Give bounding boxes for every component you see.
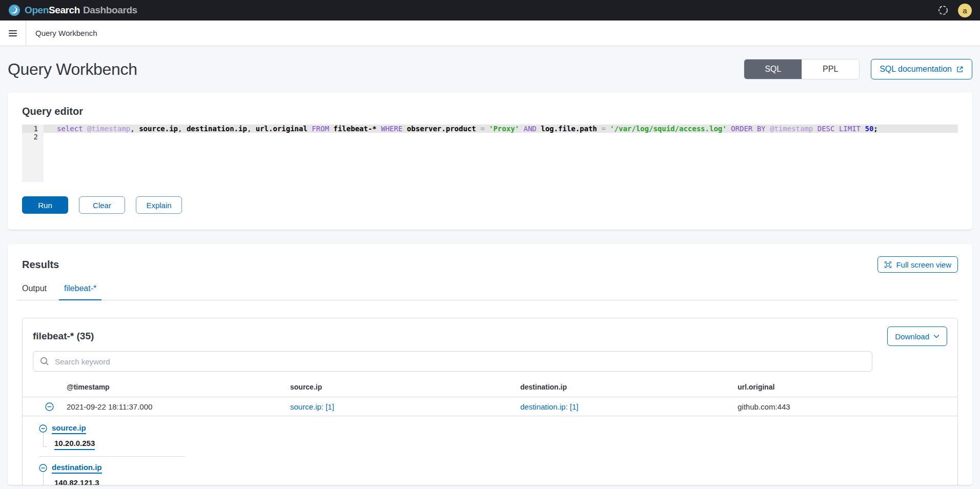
logo-search: Search xyxy=(49,5,80,15)
query-editor-card: Query editor 1 2 select @timestamp, sour… xyxy=(8,92,972,230)
tree-connector xyxy=(43,434,47,447)
line-number: 1 xyxy=(22,125,38,133)
expanded-field-name[interactable]: source.ip xyxy=(52,423,86,434)
user-avatar[interactable]: a xyxy=(958,4,972,17)
tree-connector xyxy=(43,473,47,485)
cell-source-ip-link[interactable]: source.ip: [1] xyxy=(290,402,334,411)
help-icon[interactable] xyxy=(937,5,949,16)
page-header: Query Workbench SQL PPL SQL documentatio… xyxy=(8,46,972,92)
breadcrumb-bar: Query Workbench xyxy=(0,21,980,46)
query-editor-heading: Query editor xyxy=(22,106,958,117)
table-header-row: @timestamp source.ip destination.ip url.… xyxy=(23,372,957,397)
expanded-group-source-ip: source.ip 10.20.0.253 xyxy=(39,423,957,457)
tab-output[interactable]: Output xyxy=(17,281,52,300)
sql-documentation-label: SQL documentation xyxy=(880,65,952,74)
collapse-field-icon[interactable] xyxy=(39,464,47,472)
logo-dashboards: Dashboards xyxy=(83,5,137,15)
logo-open: Open xyxy=(25,5,49,15)
results-table: @timestamp source.ip destination.ip url.… xyxy=(23,372,957,485)
download-label: Download xyxy=(895,332,929,341)
menu-icon[interactable] xyxy=(0,21,26,46)
run-button[interactable]: Run xyxy=(22,196,68,214)
results-heading: Results xyxy=(22,259,59,271)
fullscreen-icon xyxy=(884,261,892,269)
collapse-row-icon[interactable] xyxy=(45,402,54,411)
opensearch-logo[interactable]: OpenSearchDashboards xyxy=(8,4,137,16)
page-title: Query Workbench xyxy=(8,60,137,79)
line-number: 2 xyxy=(22,133,38,141)
column-header-url-original: url.original xyxy=(738,383,957,397)
search-icon xyxy=(40,357,49,366)
tab-filebeat[interactable]: filebeat-* xyxy=(59,281,101,300)
column-header-timestamp: @timestamp xyxy=(67,383,290,397)
top-navigation-bar: OpenSearchDashboards a xyxy=(0,0,980,21)
breadcrumb: Query Workbench xyxy=(35,29,97,37)
expanded-field-value[interactable]: 140.82.121.3 xyxy=(54,478,99,485)
cell-timestamp: 2021-09-22 18:11:37.000 xyxy=(67,402,290,411)
language-toggle: SQL PPL xyxy=(744,59,860,79)
result-panel: filebeat-* (35) Download @ti xyxy=(22,318,958,485)
clear-button[interactable]: Clear xyxy=(79,196,125,214)
sql-code-editor[interactable]: 1 2 select @timestamp, source.ip, destin… xyxy=(22,125,958,182)
column-header-source-ip: source.ip xyxy=(290,383,520,397)
result-panel-title: filebeat-* (35) xyxy=(33,331,94,342)
expanded-field-value[interactable]: 10.20.0.253 xyxy=(54,439,95,450)
toggle-ppl-button[interactable]: PPL xyxy=(802,59,859,79)
search-input[interactable] xyxy=(33,351,872,372)
explain-button[interactable]: Explain xyxy=(136,196,182,214)
results-tabs: Output filebeat-* xyxy=(17,281,958,300)
opensearch-logo-icon xyxy=(8,4,21,16)
editor-line-numbers: 1 2 xyxy=(22,125,44,182)
expanded-group-destination-ip: destination.ip 140.82.121.3 xyxy=(39,463,957,485)
column-header-destination-ip: destination.ip xyxy=(520,383,738,397)
breadcrumb-divider xyxy=(26,21,26,46)
full-screen-view-label: Full screen view xyxy=(896,260,951,269)
cell-url-original: github.com:443 xyxy=(738,402,957,411)
expanded-field-name[interactable]: destination.ip xyxy=(52,463,102,474)
collapse-field-icon[interactable] xyxy=(39,424,47,433)
results-card: Results Full screen view Output filebeat… xyxy=(8,244,972,485)
chevron-down-icon xyxy=(933,334,940,338)
download-button[interactable]: Download xyxy=(887,327,947,346)
table-row: 2021-09-22 18:11:37.000 source.ip: [1] d… xyxy=(23,397,957,416)
cell-destination-ip-link[interactable]: destination.ip: [1] xyxy=(520,402,578,411)
divider xyxy=(39,456,185,457)
full-screen-view-button[interactable]: Full screen view xyxy=(877,256,958,273)
expanded-row-detail: source.ip 10.20.0.253 xyxy=(23,416,957,485)
external-link-icon xyxy=(956,66,964,73)
sql-documentation-button[interactable]: SQL documentation xyxy=(871,59,972,79)
toggle-sql-button[interactable]: SQL xyxy=(744,59,802,79)
query-code-line: select @timestamp, source.ip, destinatio… xyxy=(44,125,958,133)
